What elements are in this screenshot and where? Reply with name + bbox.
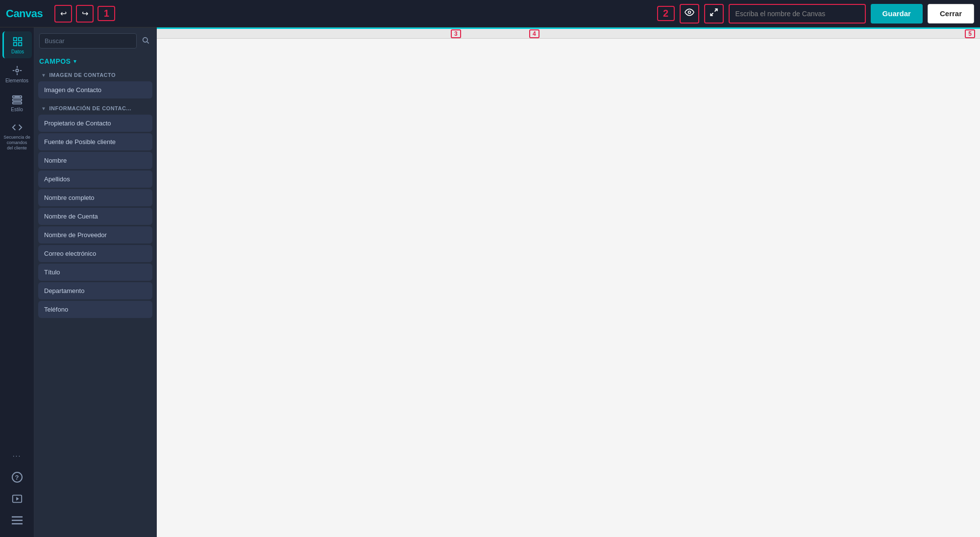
- field-propietario[interactable]: Propietario de Contacto: [38, 115, 152, 132]
- field-list: ▼ IMAGEN DE CONTACTO Imagen de Contacto …: [34, 68, 156, 537]
- cerrar-button[interactable]: Cerrar: [928, 4, 974, 24]
- field-nombre-proveedor[interactable]: Nombre de Proveedor: [38, 226, 152, 244]
- play-button[interactable]: [2, 490, 32, 508]
- campos-label: CAMPOS: [39, 57, 71, 65]
- field-titulo[interactable]: Título: [38, 264, 152, 281]
- field-telefono[interactable]: Teléfono: [38, 301, 152, 318]
- preview-button[interactable]: [680, 4, 699, 24]
- eye-icon: [685, 7, 694, 20]
- menu-icon: [12, 516, 23, 525]
- group-header-info[interactable]: ▼ INFORMACIÓN DE CONTAC...: [38, 101, 152, 113]
- toolbar-right: 2 Guardar Cerrar: [657, 4, 974, 24]
- field-imagen-contacto[interactable]: Imagen de Contacto: [38, 81, 152, 98]
- datos-icon: [12, 36, 23, 47]
- canvas-name-input[interactable]: [729, 4, 866, 24]
- sidebar-item-datos[interactable]: Datos: [2, 31, 32, 58]
- badge-1: 1: [98, 6, 115, 21]
- group-header-imagen[interactable]: ▼ IMAGEN DE CONTACTO: [38, 68, 152, 80]
- toolbar: Canvas ↩ ↪ 1 2: [0, 0, 980, 27]
- field-correo[interactable]: Correo electrónico: [38, 245, 152, 262]
- undo-button[interactable]: ↩: [54, 5, 72, 23]
- redo-icon: ↪: [82, 9, 88, 18]
- field-nombre-cuenta[interactable]: Nombre de Cuenta: [38, 208, 152, 225]
- hamburger-button[interactable]: [2, 512, 32, 529]
- undo-icon: ↩: [60, 9, 67, 18]
- logo-accent: v: [25, 7, 31, 20]
- ellipsis-icon: ···: [13, 452, 22, 460]
- field-fuente[interactable]: Fuente de Posible cliente: [38, 133, 152, 150]
- search-icon: [142, 36, 149, 44]
- svg-rect-3: [14, 38, 17, 41]
- play-icon: [12, 493, 23, 504]
- sidebar-elementos-label: Elementos: [5, 78, 28, 83]
- nav-bottom: ··· ?: [2, 447, 32, 537]
- ruler-badge-5: 5: [965, 29, 975, 38]
- field-nombre[interactable]: Nombre: [38, 152, 152, 169]
- logo-rest: as: [31, 7, 43, 20]
- left-panel: CAMPOS ▾ ▼ IMAGEN DE CONTACTO Imagen de …: [34, 27, 157, 537]
- side-nav: Datos Elementos Estilo: [0, 27, 34, 537]
- campos-header: CAMPOS ▾: [34, 54, 156, 68]
- help-button[interactable]: ?: [2, 468, 32, 486]
- expand-icon: [710, 8, 718, 19]
- app-logo: Canvas: [6, 7, 43, 20]
- ruler-badge-3: 3: [451, 29, 461, 38]
- secuencia-icon: [12, 122, 23, 133]
- svg-rect-14: [12, 102, 21, 104]
- badge-2: 2: [657, 6, 675, 21]
- redo-button[interactable]: ↪: [76, 5, 94, 23]
- ruler-row: 3 4 5: [157, 29, 980, 39]
- estilo-icon: [12, 94, 23, 105]
- svg-point-21: [143, 38, 147, 42]
- group-arrow-info: ▼: [41, 106, 46, 111]
- svg-rect-6: [19, 43, 22, 46]
- svg-line-22: [147, 42, 149, 44]
- ruler-badge-4: 4: [529, 29, 539, 38]
- sidebar-estilo-label: Estilo: [11, 107, 23, 112]
- help-icon: ?: [12, 472, 23, 483]
- svg-point-0: [688, 11, 690, 14]
- group-arrow-imagen: ▼: [41, 73, 46, 78]
- main-area: Datos Elementos Estilo: [0, 27, 980, 537]
- sidebar-secuencia-label: Secuencia de comandos del cliente: [3, 135, 31, 150]
- svg-rect-5: [14, 43, 17, 46]
- group-label-info: INFORMACIÓN DE CONTAC...: [49, 105, 131, 111]
- logo-text: Can: [6, 7, 25, 20]
- canvas-area: 3 4 5: [157, 27, 980, 537]
- more-options-button[interactable]: ···: [2, 447, 32, 464]
- guardar-button[interactable]: Guardar: [871, 4, 923, 24]
- elementos-icon: [12, 65, 23, 76]
- sidebar-item-secuencia[interactable]: Secuencia de comandos del cliente: [2, 118, 32, 154]
- canvas-content[interactable]: [157, 39, 980, 537]
- search-input[interactable]: [39, 33, 137, 49]
- search-bar: [34, 27, 156, 54]
- sidebar-item-estilo[interactable]: Estilo: [2, 89, 32, 116]
- field-apellidos[interactable]: Apellidos: [38, 171, 152, 188]
- sidebar-item-elementos[interactable]: Elementos: [2, 60, 32, 87]
- svg-marker-17: [16, 497, 19, 500]
- field-nombre-completo[interactable]: Nombre completo: [38, 189, 152, 206]
- sidebar-datos-label: Datos: [11, 49, 24, 54]
- svg-rect-13: [12, 99, 21, 101]
- group-label-imagen: IMAGEN DE CONTACTO: [49, 72, 116, 78]
- campos-dropdown-arrow[interactable]: ▾: [74, 58, 76, 65]
- svg-point-7: [16, 69, 19, 72]
- field-departamento[interactable]: Departamento: [38, 282, 152, 299]
- svg-rect-4: [19, 38, 22, 41]
- fullscreen-button[interactable]: [704, 4, 724, 24]
- search-button[interactable]: [140, 34, 151, 48]
